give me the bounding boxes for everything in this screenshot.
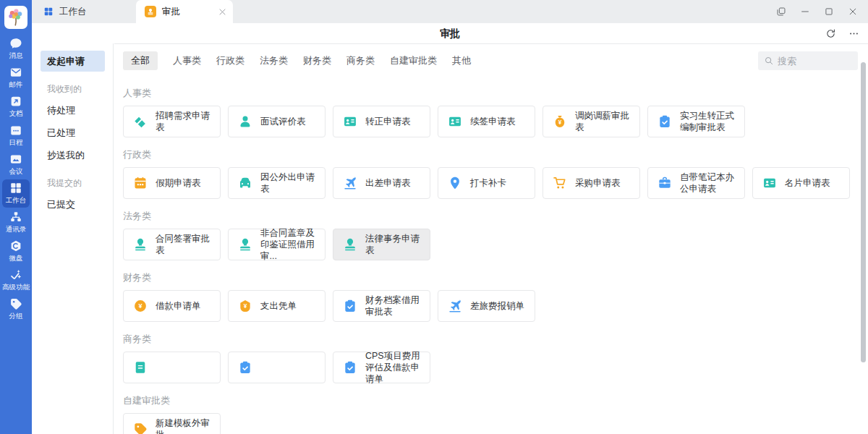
form-card[interactable] xyxy=(123,352,221,383)
sidebar-item[interactable]: 抄送我的 xyxy=(41,145,105,166)
card-row: CPS项目费用评估及借款申请单 xyxy=(123,352,868,383)
form-card-label: 借款申请单 xyxy=(156,300,201,312)
contacts-icon xyxy=(9,210,22,224)
filter-tab[interactable]: 财务类 xyxy=(303,54,331,67)
sparkle-icon xyxy=(9,268,22,281)
rail-item-chat[interactable]: 消息 xyxy=(0,35,32,63)
form-card[interactable]: 差旅费报销单 xyxy=(438,290,535,322)
refresh-icon[interactable] xyxy=(825,28,836,39)
rail-nav: 消息邮件文档日程会议工作台通讯录微盘高级功能分组 xyxy=(0,35,32,323)
form-card[interactable]: 法律事务申请表 xyxy=(333,229,430,260)
sidebar-item[interactable]: 待处理 xyxy=(41,100,105,121)
form-card[interactable]: 自带笔记本办公申请表 xyxy=(647,167,745,199)
app-header: 审批 xyxy=(32,23,868,43)
rail-item-tag-rail[interactable]: 分组 xyxy=(0,295,32,323)
scrollbar-thumb[interactable] xyxy=(861,62,866,362)
form-card[interactable]: 转正申请表 xyxy=(333,106,430,137)
plane-landing-icon xyxy=(448,299,462,313)
maximize-button[interactable] xyxy=(824,7,834,17)
sidebar-item[interactable]: 已提交 xyxy=(41,194,105,215)
idcard-icon xyxy=(343,114,357,129)
tab-workbench[interactable]: 工作台 xyxy=(41,0,136,23)
avatar[interactable] xyxy=(4,6,27,29)
popout-button[interactable] xyxy=(776,7,786,17)
rail-item-label: 邮件 xyxy=(9,80,23,90)
stamp-icon xyxy=(343,237,357,252)
pin-icon xyxy=(448,176,462,190)
more-icon[interactable] xyxy=(848,28,859,39)
filter-tab[interactable]: 其他 xyxy=(452,54,471,67)
tab-active[interactable]: 审批 xyxy=(136,0,233,23)
form-card[interactable] xyxy=(228,352,326,383)
rail-item-mail[interactable]: 邮件 xyxy=(0,64,32,92)
form-card[interactable]: CPS项目费用评估及借款申请单 xyxy=(333,352,430,383)
tab-close-icon[interactable] xyxy=(218,7,227,17)
filter-tab[interactable]: 商务类 xyxy=(346,54,375,67)
filter-tab[interactable]: 全部 xyxy=(123,51,158,70)
minimize-button[interactable] xyxy=(800,7,810,17)
page-title: 审批 xyxy=(32,23,868,43)
form-card[interactable]: 续签申请表 xyxy=(438,106,535,137)
form-card-label: 续签申请表 xyxy=(470,116,516,127)
rail-item-label: 工作台 xyxy=(6,196,27,205)
form-section: 行政类假期申请表因公外出申请表出差申请表打卡补卡采购申请表自带笔记本办公申请表名… xyxy=(123,148,868,199)
form-card[interactable]: 名片申请表 xyxy=(752,167,850,199)
form-card[interactable]: ¥借款申请单 xyxy=(123,290,221,322)
form-card[interactable]: 实习生转正式编制审批表 xyxy=(647,106,745,137)
filter-tab[interactable]: 人事类 xyxy=(173,54,201,67)
form-card[interactable]: 合同签署审批表 xyxy=(123,229,221,260)
form-card[interactable]: ¥调岗调薪审批表 xyxy=(542,106,640,137)
mail-icon xyxy=(9,66,22,79)
form-card-label: 实习生转正式编制审批表 xyxy=(680,110,740,133)
filter-tab[interactable]: 法务类 xyxy=(260,54,288,67)
filter-tab[interactable]: 自建审批类 xyxy=(390,54,437,67)
plane-icon xyxy=(343,176,357,190)
calendar-icon xyxy=(133,176,148,190)
section-title: 行政类 xyxy=(123,148,868,161)
form-card-label: 假期申请表 xyxy=(156,177,201,189)
search-box[interactable] xyxy=(758,51,858,70)
rail-item-meeting[interactable]: 会议 xyxy=(0,150,32,179)
section-title: 法务类 xyxy=(123,210,868,223)
rail-item-label: 消息 xyxy=(9,51,23,61)
rail-item-label: 通讯录 xyxy=(6,225,27,234)
form-card[interactable]: ¥支出凭单 xyxy=(228,290,326,322)
form-card[interactable]: 因公外出申请表 xyxy=(228,167,326,199)
sidebar-item[interactable]: 已处理 xyxy=(41,122,105,143)
form-card-label: 差旅费报销单 xyxy=(470,300,524,312)
header-actions xyxy=(825,23,859,43)
form-card[interactable]: 出差申请表 xyxy=(333,167,430,199)
form-section: 自建审批类新建模板外审批 xyxy=(123,394,868,434)
rail-item-label: 微盘 xyxy=(9,254,23,263)
rail-item-drive[interactable]: 微盘 xyxy=(0,237,32,265)
search-input[interactable] xyxy=(778,56,852,67)
rail-item-docs[interactable]: 文档 xyxy=(0,93,32,121)
main-content: 全部人事类行政类法务类财务类商务类自建审批类其他 人事类招聘需求申请表面试评价表… xyxy=(114,43,868,434)
form-card-label: 名片申请表 xyxy=(785,177,830,189)
sidebar-item[interactable]: 发起申请 xyxy=(41,51,105,72)
rail-item-calendar-rail[interactable]: 日程 xyxy=(0,122,32,150)
rail-item-grid[interactable]: 工作台 xyxy=(0,179,32,208)
tab-label: 工作台 xyxy=(59,6,87,18)
idcard-icon xyxy=(448,114,462,129)
filter-tab[interactable]: 行政类 xyxy=(216,54,244,67)
form-card[interactable]: 采购申请表 xyxy=(542,167,640,199)
rail-item-label: 会议 xyxy=(9,167,23,176)
approval-app-icon xyxy=(145,6,156,17)
form-card[interactable]: 财务档案借用审批表 xyxy=(333,290,430,322)
rail-item-label: 日程 xyxy=(9,138,23,148)
section-title: 人事类 xyxy=(123,87,868,100)
svg-text:¥: ¥ xyxy=(558,119,562,127)
form-card-label: 财务档案借用审批表 xyxy=(365,294,425,318)
close-button[interactable] xyxy=(848,7,858,17)
form-card[interactable]: 打卡补卡 xyxy=(438,167,535,199)
form-card[interactable]: 面试评价表 xyxy=(228,106,326,137)
stamp-icon xyxy=(133,237,148,252)
rail-item-sparkle[interactable]: 高级功能 xyxy=(0,266,32,294)
rail-item-contacts[interactable]: 通讯录 xyxy=(0,208,32,237)
form-card[interactable]: 非合同盖章及印鉴证照借用审... xyxy=(228,229,326,260)
form-card[interactable]: 假期申请表 xyxy=(123,167,221,199)
form-card[interactable]: 招聘需求申请表 xyxy=(123,106,221,137)
clipboard-check-icon xyxy=(343,360,357,375)
form-card[interactable]: 新建模板外审批 xyxy=(123,413,221,434)
